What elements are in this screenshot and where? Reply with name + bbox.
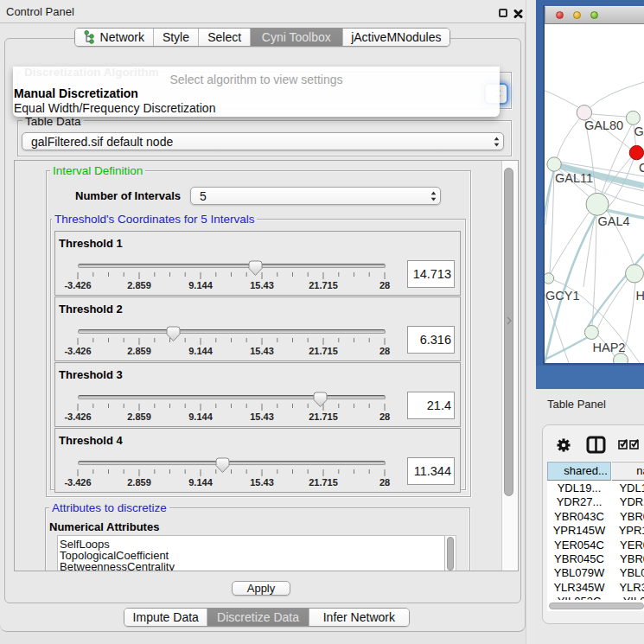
svg-text:15.43: 15.43: [250, 346, 274, 356]
svg-text:15.43: 15.43: [250, 477, 274, 488]
svg-text:28: 28: [379, 346, 390, 356]
svg-text:21.715: 21.715: [309, 346, 338, 356]
svg-text:HI: HI: [636, 289, 644, 303]
svg-text:28: 28: [379, 411, 390, 422]
svg-text:-3.426: -3.426: [64, 346, 91, 356]
svg-text:2.859: 2.859: [127, 411, 151, 422]
svg-text:9.144: 9.144: [188, 346, 213, 356]
svg-text:GCY1: GCY1: [545, 289, 580, 303]
svg-text:2.859: 2.859: [127, 346, 151, 356]
svg-text:21.715: 21.715: [309, 280, 338, 290]
svg-text:2.859: 2.859: [127, 477, 151, 488]
svg-text:9.144: 9.144: [188, 280, 213, 290]
svg-text:15.43: 15.43: [250, 280, 274, 290]
svg-text:9.144: 9.144: [188, 477, 213, 488]
svg-text:CY: CY: [639, 161, 644, 175]
svg-text:HAP2: HAP2: [593, 341, 626, 354]
svg-text:21.715: 21.715: [309, 411, 338, 422]
svg-text:GAL11: GAL11: [555, 171, 593, 185]
svg-text:15.43: 15.43: [250, 411, 274, 422]
svg-text:-3.426: -3.426: [64, 411, 91, 422]
svg-text:28: 28: [379, 477, 390, 488]
svg-text:2.859: 2.859: [127, 280, 151, 290]
svg-text:-3.426: -3.426: [64, 477, 91, 488]
svg-text:9.144: 9.144: [188, 411, 213, 422]
svg-text:-3.426: -3.426: [64, 280, 91, 290]
svg-text:GAL4: GAL4: [598, 214, 630, 228]
svg-text:GA: GA: [634, 124, 644, 138]
svg-text:28: 28: [379, 280, 390, 290]
svg-text:21.715: 21.715: [309, 477, 338, 488]
svg-text:GAL80: GAL80: [584, 118, 623, 132]
